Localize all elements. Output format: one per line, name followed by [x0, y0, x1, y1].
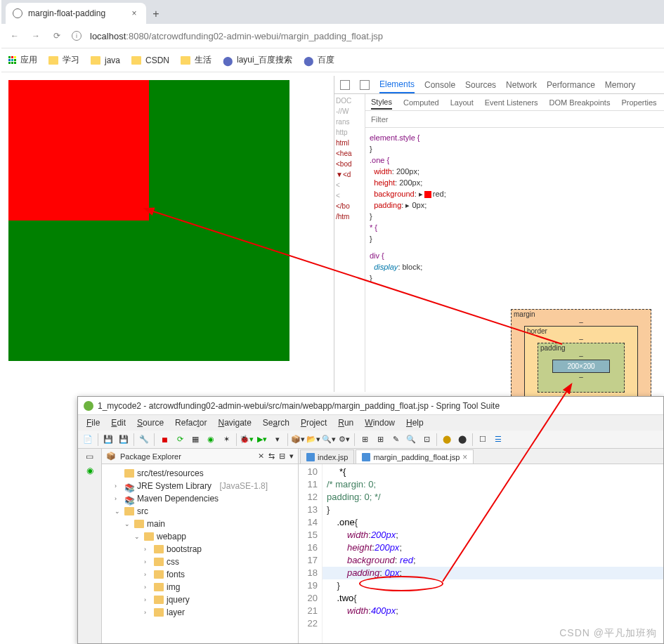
debug-icon[interactable]: 🐞▾ — [240, 433, 254, 447]
bookmark-item[interactable]: java — [91, 55, 120, 65]
menu-file[interactable]: File — [82, 418, 104, 428]
menu-search[interactable]: Search — [259, 418, 294, 428]
source-text[interactable]: *{ /* margin: 0; padding: 0; */ } .one{ … — [323, 464, 663, 643]
editor-tab-active[interactable]: margin_padding_float.jsp× — [356, 449, 474, 464]
tool-icon[interactable]: 🔧 — [137, 433, 151, 447]
subtab-layout[interactable]: Layout — [450, 98, 474, 107]
border-label: border — [527, 327, 547, 335]
tool-icon[interactable]: ⊞ — [373, 433, 387, 447]
close-icon[interactable]: × — [129, 8, 139, 18]
device-icon[interactable] — [360, 80, 370, 90]
view-tab-icon[interactable]: ⨯ — [258, 452, 264, 461]
dashboard-icon[interactable]: ◉ — [204, 433, 218, 447]
tool-icon[interactable]: ✎ — [389, 433, 403, 447]
new-tab-button[interactable]: + — [146, 4, 166, 24]
new-icon[interactable]: 📄 — [81, 433, 95, 447]
tool-icon[interactable]: ✶ — [219, 433, 233, 447]
subtab-computed[interactable]: Computed — [403, 98, 439, 107]
menu-project[interactable]: Project — [297, 418, 331, 428]
tool-icon[interactable]: 🔍 — [404, 433, 418, 447]
tool-icon[interactable]: 🔍▾ — [322, 433, 336, 447]
tool-icon[interactable]: ⚙▾ — [337, 433, 351, 447]
code-area[interactable]: 10111213141516171819202122 *{ /* margin:… — [299, 464, 663, 643]
tab-memory[interactable]: Memory — [605, 80, 635, 90]
dom-tree[interactable]: DOC-//Wranshttp html<hea<bod ▼<d<< </bo/… — [334, 94, 365, 392]
stop-icon[interactable]: ⏹ — [157, 433, 171, 447]
saveall-icon[interactable]: 💾 — [117, 433, 131, 447]
tool-icon[interactable]: ⬤ — [455, 433, 469, 447]
inspect-icon[interactable] — [340, 80, 350, 90]
forward-icon[interactable]: → — [30, 29, 42, 42]
styles-filter — [365, 111, 664, 128]
margin-label: margin — [514, 310, 535, 318]
subtab-listeners[interactable]: Event Listeners — [485, 98, 538, 107]
sidetab-icon[interactable]: ◉ — [86, 466, 93, 475]
url-port: :8080 — [126, 31, 149, 41]
menu-navigate[interactable]: Navigate — [214, 418, 255, 428]
tool-icon[interactable]: 📂▾ — [306, 433, 320, 447]
editor-tabbar: index.jsp margin_padding_float.jsp× — [299, 449, 663, 464]
relaunch-icon[interactable]: ⟳ — [173, 433, 187, 447]
collapse-icon[interactable]: ⊟ — [279, 452, 285, 461]
tool-icon[interactable]: ⊡ — [419, 433, 434, 447]
browser-tab[interactable]: margin-float-padding × — [6, 3, 146, 24]
tree[interactable]: src/test/resources ›📚JRE System Library … — [102, 464, 298, 643]
link-icon[interactable]: ⇆ — [268, 452, 275, 461]
subtab-properties[interactable]: Properties — [621, 98, 656, 107]
save-icon[interactable]: 💾 — [101, 433, 115, 447]
menu-bar: File Edit Source Refactor Navigate Searc… — [78, 415, 663, 431]
bookmarks-bar: 应用 学习 java CSDN 生活 ⬤layui_百度搜索 ⬤百度 — [1, 48, 664, 72]
window-title: 1_mycode2 - atcrowdfunding02-admin-webui… — [98, 401, 500, 411]
bookmark-item[interactable]: ⬤百度 — [304, 54, 334, 66]
watermark: CSDN @平凡加班狗 — [559, 627, 657, 640]
close-icon[interactable]: × — [462, 452, 467, 462]
apps-button[interactable]: 应用 — [8, 54, 37, 66]
tool-icon[interactable]: ▾ — [271, 433, 285, 447]
tool-icon[interactable]: ☐ — [476, 433, 490, 447]
bookmark-item[interactable]: 学习 — [48, 54, 79, 66]
tool-icon[interactable]: ▦ — [188, 433, 202, 447]
tab-network[interactable]: Network — [506, 80, 537, 90]
info-icon[interactable]: i — [72, 31, 82, 41]
bookmark-item[interactable]: 生活 — [181, 54, 211, 66]
tool-icon[interactable]: ☰ — [491, 433, 505, 447]
tab-elements[interactable]: Elements — [379, 79, 415, 93]
url[interactable]: localhost:8080/atcrowdfunding02-admin-we… — [90, 31, 383, 41]
color-swatch[interactable] — [424, 191, 431, 198]
tab-performance[interactable]: Performance — [547, 80, 595, 90]
content-size: 200×200 — [552, 360, 610, 373]
menu-help[interactable]: Help — [402, 418, 428, 428]
menu-edit[interactable]: Edit — [107, 418, 130, 428]
bookmark-item[interactable]: ⬤layui_百度搜索 — [223, 54, 292, 66]
menu-run[interactable]: Run — [334, 418, 358, 428]
tab-sources[interactable]: Sources — [465, 80, 496, 90]
sidetab-icon[interactable]: ▭ — [86, 452, 93, 461]
sts-window: 1_mycode2 - atcrowdfunding02-admin-webui… — [77, 396, 664, 644]
menu-source[interactable]: Source — [133, 418, 168, 428]
tab-title: margin-float-padding — [28, 8, 105, 18]
tool-icon[interactable]: ⊞ — [358, 433, 372, 447]
reload-icon[interactable]: ⟳ — [51, 29, 63, 42]
tab-console[interactable]: Console — [424, 80, 455, 90]
folder-icon — [131, 56, 141, 65]
folder-icon — [154, 558, 164, 566]
menu-window[interactable]: Window — [360, 418, 399, 428]
menu-refactor[interactable]: Refactor — [171, 418, 211, 428]
package-explorer: 📦 Package Explorer ⨯ ⇆ ⊟ ▾ src/test/reso… — [102, 449, 299, 643]
bookmark-item[interactable]: CSDN — [131, 55, 169, 65]
run-icon[interactable]: ▶▾ — [255, 433, 269, 447]
editor-tab[interactable]: index.jsp — [300, 449, 354, 464]
tab-bar: margin-float-padding × + — [1, 0, 664, 24]
subtab-styles[interactable]: Styles — [371, 98, 392, 110]
folder-icon — [154, 583, 164, 591]
tool-icon[interactable]: 📦▾ — [291, 433, 305, 447]
red-box — [8, 80, 149, 221]
back-icon[interactable]: ← — [8, 29, 21, 42]
view-header: 📦 Package Explorer ⨯ ⇆ ⊟ ▾ — [102, 449, 298, 464]
subtab-breakpoints[interactable]: DOM Breakpoints — [549, 98, 611, 107]
folder-icon — [154, 608, 164, 617]
filter-input[interactable] — [371, 115, 658, 124]
menu-icon[interactable]: ▾ — [289, 452, 294, 461]
styles-tabbar: Styles Computed Layout Event Listeners D… — [365, 94, 664, 111]
tool-icon[interactable]: ⬤ — [440, 433, 454, 447]
